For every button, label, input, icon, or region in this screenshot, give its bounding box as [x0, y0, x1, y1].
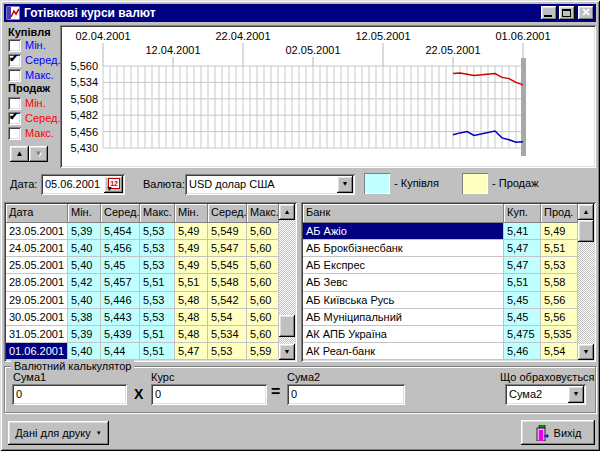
table-cell[interactable]: 5,47: [175, 343, 208, 360]
table-cell[interactable]: 23.05.2001: [6, 223, 68, 240]
table-cell[interactable]: 5,49: [175, 257, 208, 274]
chart-scroll-up-button[interactable]: ▲: [10, 146, 29, 162]
close-button[interactable]: ✕: [578, 6, 594, 20]
sum1-input[interactable]: 0: [12, 384, 127, 405]
rates-row[interactable]: 31.05.20015,395,4395,515,485,5345,60: [6, 326, 279, 343]
table-cell[interactable]: 5,40: [68, 292, 101, 309]
table-cell[interactable]: 5,475: [504, 326, 541, 343]
table-cell[interactable]: 5,60: [247, 257, 279, 274]
table-cell[interactable]: 5,56: [541, 309, 578, 326]
table-cell[interactable]: 5,56: [541, 292, 578, 309]
bank-row[interactable]: АБ Муніципальний5,455,56: [303, 309, 578, 326]
table-cell[interactable]: 5,542: [208, 292, 247, 309]
table-cell[interactable]: 5,548: [208, 274, 247, 291]
table-cell[interactable]: 5,51: [175, 274, 208, 291]
table-cell[interactable]: 5,40: [68, 240, 101, 257]
table-cell[interactable]: 5,41: [504, 223, 541, 240]
table-cell[interactable]: 5,60: [247, 292, 279, 309]
table-cell[interactable]: АБ Київська Русь: [303, 292, 504, 309]
rates-row[interactable]: 25.05.20015,405,455,535,495,5455,60: [6, 257, 279, 274]
table-cell[interactable]: 30.05.2001: [6, 309, 68, 326]
bank-row[interactable]: АБ Брокбізнесбанк5,475,51: [303, 240, 578, 257]
bank-row[interactable]: АБ Київська Русь5,455,56: [303, 292, 578, 309]
table-cell[interactable]: 5,60: [247, 240, 279, 257]
table-cell[interactable]: 5,53: [140, 223, 175, 240]
rates-row[interactable]: 30.05.20015,385,4435,535,485,545,60: [6, 309, 279, 326]
table-cell[interactable]: 5,48: [175, 326, 208, 343]
table-cell[interactable]: 5,60: [247, 274, 279, 291]
table-cell[interactable]: 5,439: [101, 326, 140, 343]
table-cell[interactable]: АК Реал-банк: [303, 343, 504, 360]
scrollbar-thumb[interactable]: [279, 315, 295, 337]
rate-input[interactable]: 0: [151, 384, 267, 405]
table-cell[interactable]: АБ Експрес: [303, 257, 504, 274]
table-cell[interactable]: 5,53: [140, 292, 175, 309]
table-cell[interactable]: 5,535: [541, 326, 578, 343]
scrollbar-thumb[interactable]: [578, 220, 594, 242]
table-cell[interactable]: 5,45: [504, 309, 541, 326]
currency-select[interactable]: USD долар США ▼: [185, 174, 355, 195]
table-cell[interactable]: 5,46: [504, 343, 541, 360]
table-cell[interactable]: 5,60: [247, 326, 279, 343]
calendar-button[interactable]: 12 ▼: [104, 176, 123, 193]
table-cell[interactable]: 5,45: [101, 257, 140, 274]
table-cell[interactable]: 5,53: [208, 343, 247, 360]
table-cell[interactable]: АБ Муніципальний: [303, 309, 504, 326]
table-cell[interactable]: 5,51: [541, 240, 578, 257]
table-cell[interactable]: 5,45: [504, 292, 541, 309]
sell-min-checkbox[interactable]: Мін.: [8, 96, 46, 110]
table-cell[interactable]: 5,51: [504, 274, 541, 291]
table-cell[interactable]: АБ Ажіо: [303, 223, 504, 240]
bank-row[interactable]: АБ Зевс5,515,58: [303, 274, 578, 291]
table-cell[interactable]: 5,51: [140, 326, 175, 343]
table-cell[interactable]: 5,53: [140, 240, 175, 257]
sell-avg-checkbox[interactable]: Серед.: [8, 111, 61, 125]
table-cell[interactable]: 5,49: [541, 223, 578, 240]
table-cell[interactable]: 5,454: [101, 223, 140, 240]
table-cell[interactable]: АК АПБ Україна: [303, 326, 504, 343]
table-cell[interactable]: 5,42: [68, 274, 101, 291]
date-input[interactable]: 05.06.2001 12 ▼: [41, 174, 125, 195]
scroll-up-icon[interactable]: ▲: [578, 204, 594, 220]
table-cell[interactable]: 5,38: [68, 309, 101, 326]
table-cell[interactable]: 5,53: [140, 309, 175, 326]
exit-button[interactable]: Вихід: [521, 420, 595, 445]
table-cell[interactable]: 5,58: [541, 274, 578, 291]
rates-scrollbar[interactable]: ▲ ▼: [279, 204, 295, 360]
table-cell[interactable]: 5,54: [541, 343, 578, 360]
maximize-button[interactable]: [559, 6, 575, 20]
table-cell[interactable]: 25.05.2001: [6, 257, 68, 274]
bank-row[interactable]: АБ Ажіо5,415,49: [303, 223, 578, 240]
rates-row[interactable]: 28.05.20015,425,4575,515,515,5485,60: [6, 274, 279, 291]
bank-row[interactable]: АК Реал-банк5,465,54: [303, 343, 578, 360]
bank-row[interactable]: АК АПБ Україна5,4755,535: [303, 326, 578, 343]
table-cell[interactable]: 5,47: [504, 240, 541, 257]
table-cell[interactable]: 5,446: [101, 292, 140, 309]
table-cell[interactable]: 5,40: [68, 343, 101, 360]
table-cell[interactable]: 5,49: [175, 240, 208, 257]
table-cell[interactable]: 5,534: [208, 326, 247, 343]
bank-row[interactable]: АБ Експрес5,475,53: [303, 257, 578, 274]
table-cell[interactable]: 5,53: [541, 257, 578, 274]
table-cell[interactable]: 5,49: [175, 223, 208, 240]
scroll-up-icon[interactable]: ▲: [279, 204, 295, 220]
table-cell[interactable]: 5,48: [175, 309, 208, 326]
rates-row[interactable]: 01.06.20015,405,445,515,475,535,59: [6, 343, 279, 360]
table-cell[interactable]: 5,59: [247, 343, 279, 360]
table-cell[interactable]: 29.05.2001: [6, 292, 68, 309]
buy-avg-checkbox[interactable]: Серед.: [8, 53, 61, 67]
table-cell[interactable]: 01.06.2001: [6, 343, 68, 360]
table-cell[interactable]: 5,51: [140, 343, 175, 360]
table-cell[interactable]: 5,545: [208, 257, 247, 274]
scroll-down-icon[interactable]: ▼: [578, 344, 594, 360]
table-cell[interactable]: 28.05.2001: [6, 274, 68, 291]
table-cell[interactable]: 5,53: [140, 257, 175, 274]
rates-row[interactable]: 24.05.20015,405,4565,535,495,5475,60: [6, 240, 279, 257]
sell-max-checkbox[interactable]: Макс.: [8, 126, 54, 140]
table-cell[interactable]: 5,549: [208, 223, 247, 240]
table-cell[interactable]: 31.05.2001: [6, 326, 68, 343]
calc-mode-select[interactable]: Сума2 ▼: [505, 384, 586, 405]
chevron-down-icon[interactable]: ▼: [337, 176, 353, 193]
buy-min-checkbox[interactable]: Мін.: [8, 38, 46, 52]
table-cell[interactable]: АБ Зевс: [303, 274, 504, 291]
